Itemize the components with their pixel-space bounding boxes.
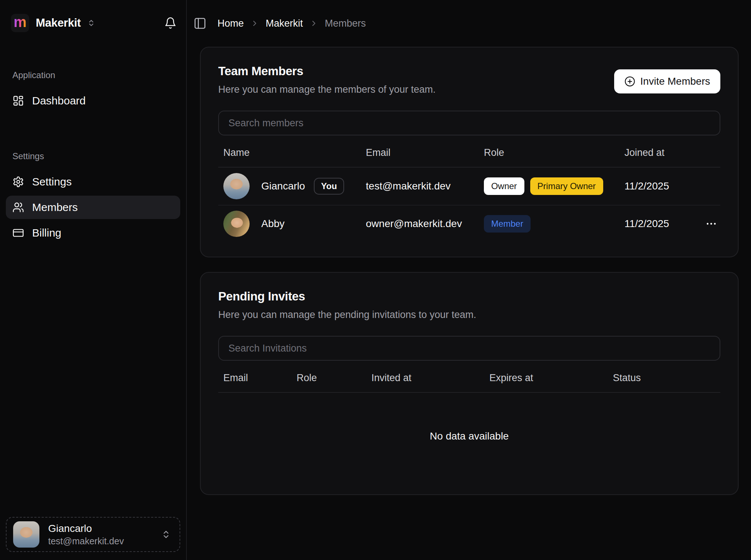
breadcrumb-home[interactable]: Home: [217, 18, 244, 29]
role-badge-primary-owner: Primary Owner: [530, 177, 603, 195]
pending-invites-card: Pending Invites Here you can manage the …: [200, 272, 739, 495]
search-members-input[interactable]: [218, 111, 720, 135]
dashboard-icon: [12, 95, 24, 107]
circle-plus-icon: [624, 76, 635, 87]
sidebar: m Makerkit Application Dashboard Setting…: [0, 0, 187, 560]
makerkit-logo: m: [11, 14, 29, 32]
member-email: test@makerkit.dev: [366, 180, 484, 192]
card-title: Team Members: [218, 64, 614, 78]
sidebar-item-label: Billing: [32, 227, 61, 239]
column-header-status: Status: [613, 372, 721, 384]
account-menu-trigger[interactable]: Giancarlo test@makerkit.dev: [6, 517, 180, 552]
sidebar-item-billing[interactable]: Billing: [6, 221, 180, 245]
card-description: Here you can manage the pending invitati…: [218, 309, 720, 321]
bell-icon[interactable]: [164, 17, 177, 29]
invite-members-button[interactable]: Invite Members: [614, 69, 720, 93]
members-table-header: Name Email Role Joined at: [218, 138, 720, 168]
nav-section-application: Application: [12, 70, 180, 80]
member-joined-at: 11/2/2025: [624, 218, 698, 230]
empty-state-text: No data available: [218, 393, 720, 480]
breadcrumb-members: Members: [325, 18, 366, 29]
main-content: Home Makerkit Members Team Members Here …: [187, 0, 751, 560]
breadcrumb-makerkit[interactable]: Makerkit: [266, 18, 303, 29]
sidebar-item-dashboard[interactable]: Dashboard: [6, 89, 180, 112]
member-name: Giancarlo: [261, 180, 305, 192]
sidebar-item-label: Dashboard: [32, 95, 86, 107]
breadcrumb: Home Makerkit Members: [217, 18, 366, 29]
invites-table-header: Email Role Invited at Expires at Status: [218, 364, 720, 393]
table-row: Giancarlo You test@makerkit.dev Owner Pr…: [218, 168, 720, 205]
sidebar-header: m Makerkit: [0, 0, 186, 32]
members-table: Name Email Role Joined at Giancarlo You …: [218, 138, 720, 242]
workspace-name: Makerkit: [36, 16, 81, 30]
column-header-email: Email: [366, 147, 484, 158]
sidebar-item-label: Settings: [32, 176, 72, 188]
app-window: m Makerkit Application Dashboard Setting…: [0, 0, 751, 560]
card-title: Pending Invites: [218, 289, 720, 303]
credit-card-icon: [12, 227, 24, 239]
sidebar-item-settings[interactable]: Settings: [6, 170, 180, 193]
role-badge-owner: Owner: [484, 177, 524, 195]
chevron-right-icon: [309, 19, 318, 28]
chevron-right-icon: [250, 19, 259, 28]
chevrons-up-down-icon: [161, 530, 171, 539]
column-header-name: Name: [218, 147, 366, 158]
avatar: [223, 211, 250, 237]
gear-icon: [12, 176, 24, 188]
avatar: [13, 521, 39, 548]
team-members-card: Team Members Here you can manage the mem…: [200, 47, 739, 257]
nav-section-settings: Settings: [12, 151, 180, 161]
invite-members-label: Invite Members: [640, 76, 710, 87]
card-description: Here you can manage the members of your …: [218, 84, 614, 95]
table-row: Abby owner@makerkit.dev Member 11/2/2025: [218, 205, 720, 242]
search-invitations-input[interactable]: [218, 336, 720, 361]
sidebar-toggle-icon[interactable]: [193, 17, 207, 30]
chevrons-up-down-icon[interactable]: [87, 19, 95, 27]
column-header-role: Role: [484, 147, 624, 158]
column-header-expires-at: Expires at: [489, 372, 613, 384]
topbar: Home Makerkit Members: [192, 0, 739, 47]
role-badge-member: Member: [484, 215, 531, 233]
member-name: Abby: [261, 218, 285, 230]
member-joined-at: 11/2/2025: [624, 180, 698, 192]
column-header-invited-at: Invited at: [371, 372, 489, 384]
sidebar-item-members[interactable]: Members: [6, 196, 180, 219]
account-name: Giancarlo: [48, 523, 124, 534]
column-header-email: Email: [218, 372, 297, 384]
row-actions-menu-button[interactable]: [702, 215, 720, 233]
column-header-role: Role: [297, 372, 371, 384]
users-icon: [12, 202, 24, 213]
avatar: [223, 173, 250, 199]
account-email: test@makerkit.dev: [48, 536, 124, 546]
column-header-joined: Joined at: [624, 147, 698, 158]
sidebar-footer: Giancarlo test@makerkit.dev: [0, 517, 186, 560]
sidebar-item-label: Members: [32, 201, 78, 214]
sidebar-nav: Application Dashboard Settings Settings: [0, 70, 186, 247]
invites-table: Email Role Invited at Expires at Status …: [218, 364, 720, 480]
member-email: owner@makerkit.dev: [366, 218, 484, 230]
you-badge: You: [314, 178, 344, 195]
logo-letter: m: [14, 15, 27, 29]
